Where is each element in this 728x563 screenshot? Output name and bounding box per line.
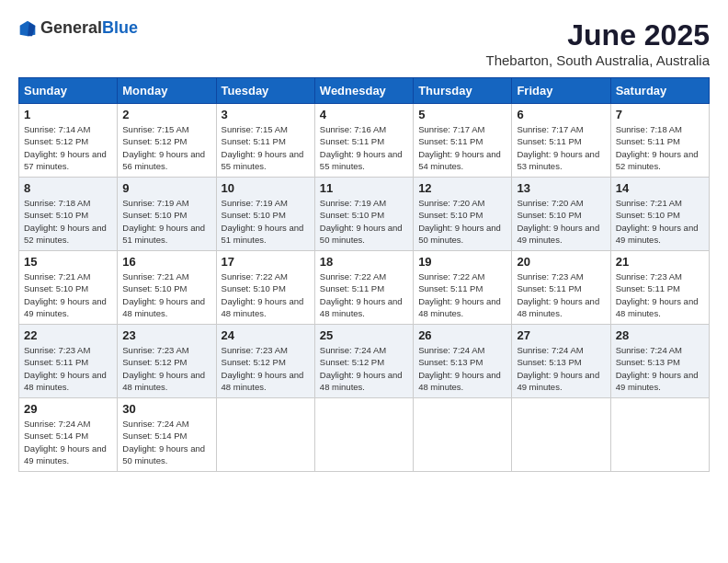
day-info: Sunrise: 7:19 AM Sunset: 5:10 PM Dayligh… — [320, 197, 408, 246]
calendar-cell — [414, 398, 512, 472]
calendar-cell: 30 Sunrise: 7:24 AM Sunset: 5:14 PM Dayl… — [118, 398, 216, 472]
day-number: 19 — [418, 255, 506, 269]
day-info: Sunrise: 7:24 AM Sunset: 5:13 PM Dayligh… — [418, 344, 506, 393]
day-info: Sunrise: 7:22 AM Sunset: 5:11 PM Dayligh… — [320, 270, 408, 319]
title-area: June 2025 Thebarton, South Australia, Au… — [486, 18, 710, 68]
day-number: 18 — [320, 255, 408, 269]
day-info: Sunrise: 7:19 AM Sunset: 5:10 PM Dayligh… — [122, 197, 210, 246]
day-number: 1 — [24, 108, 112, 121]
calendar-cell — [512, 398, 610, 472]
calendar-cell: 17 Sunrise: 7:22 AM Sunset: 5:10 PM Dayl… — [216, 251, 314, 325]
day-number: 23 — [122, 328, 210, 342]
location-subtitle: Thebarton, South Australia, Australia — [486, 52, 710, 68]
day-info: Sunrise: 7:17 AM Sunset: 5:11 PM Dayligh… — [517, 123, 605, 172]
calendar-cell — [216, 398, 314, 472]
calendar-cell: 20 Sunrise: 7:23 AM Sunset: 5:11 PM Dayl… — [512, 251, 610, 325]
calendar-table: SundayMondayTuesdayWednesdayThursdayFrid… — [18, 77, 710, 472]
day-info: Sunrise: 7:17 AM Sunset: 5:11 PM Dayligh… — [418, 123, 506, 172]
calendar-cell: 5 Sunrise: 7:17 AM Sunset: 5:11 PM Dayli… — [414, 104, 512, 178]
day-info: Sunrise: 7:22 AM Sunset: 5:11 PM Dayligh… — [418, 270, 506, 319]
calendar-cell: 21 Sunrise: 7:23 AM Sunset: 5:11 PM Dayl… — [610, 251, 709, 325]
day-info: Sunrise: 7:19 AM Sunset: 5:10 PM Dayligh… — [222, 197, 310, 246]
day-info: Sunrise: 7:23 AM Sunset: 5:11 PM Dayligh… — [517, 270, 605, 319]
calendar-cell: 3 Sunrise: 7:15 AM Sunset: 5:11 PM Dayli… — [216, 104, 314, 178]
weekday-header-monday: Monday — [118, 78, 216, 104]
calendar-cell: 12 Sunrise: 7:20 AM Sunset: 5:10 PM Dayl… — [414, 178, 512, 251]
calendar-week-row: 22 Sunrise: 7:23 AM Sunset: 5:11 PM Dayl… — [19, 325, 710, 398]
day-info: Sunrise: 7:14 AM Sunset: 5:12 PM Dayligh… — [24, 123, 112, 172]
day-number: 4 — [320, 108, 408, 121]
calendar-cell: 8 Sunrise: 7:18 AM Sunset: 5:10 PM Dayli… — [19, 178, 118, 251]
calendar-cell: 15 Sunrise: 7:21 AM Sunset: 5:10 PM Dayl… — [19, 251, 118, 325]
day-number: 29 — [24, 402, 112, 416]
calendar-cell: 10 Sunrise: 7:19 AM Sunset: 5:10 PM Dayl… — [216, 178, 314, 251]
day-number: 17 — [222, 255, 310, 269]
day-number: 28 — [616, 328, 704, 342]
day-info: Sunrise: 7:24 AM Sunset: 5:12 PM Dayligh… — [320, 344, 408, 393]
calendar-cell: 22 Sunrise: 7:23 AM Sunset: 5:11 PM Dayl… — [19, 325, 118, 398]
day-number: 9 — [122, 181, 210, 195]
calendar-cell: 1 Sunrise: 7:14 AM Sunset: 5:12 PM Dayli… — [19, 104, 118, 178]
calendar-cell: 7 Sunrise: 7:18 AM Sunset: 5:11 PM Dayli… — [610, 104, 709, 178]
day-number: 8 — [24, 181, 112, 195]
day-number: 26 — [418, 328, 506, 342]
day-info: Sunrise: 7:21 AM Sunset: 5:10 PM Dayligh… — [122, 270, 210, 319]
calendar-week-row: 8 Sunrise: 7:18 AM Sunset: 5:10 PM Dayli… — [19, 178, 710, 251]
day-number: 27 — [517, 328, 605, 342]
day-info: Sunrise: 7:24 AM Sunset: 5:14 PM Dayligh… — [122, 418, 210, 466]
day-info: Sunrise: 7:18 AM Sunset: 5:10 PM Dayligh… — [24, 197, 112, 246]
weekday-header-thursday: Thursday — [414, 78, 512, 104]
calendar-cell: 23 Sunrise: 7:23 AM Sunset: 5:12 PM Dayl… — [118, 325, 216, 398]
day-number: 10 — [222, 181, 310, 195]
day-number: 13 — [517, 181, 605, 195]
day-info: Sunrise: 7:23 AM Sunset: 5:12 PM Dayligh… — [222, 344, 310, 393]
day-info: Sunrise: 7:23 AM Sunset: 5:11 PM Dayligh… — [616, 270, 704, 319]
weekday-header-tuesday: Tuesday — [216, 78, 314, 104]
calendar-week-row: 1 Sunrise: 7:14 AM Sunset: 5:12 PM Dayli… — [19, 104, 710, 178]
calendar-cell: 9 Sunrise: 7:19 AM Sunset: 5:10 PM Dayli… — [118, 178, 216, 251]
logo-text: GeneralBlue — [40, 18, 138, 38]
calendar-cell: 13 Sunrise: 7:20 AM Sunset: 5:10 PM Dayl… — [512, 178, 610, 251]
calendar-cell: 19 Sunrise: 7:22 AM Sunset: 5:11 PM Dayl… — [414, 251, 512, 325]
calendar-cell: 27 Sunrise: 7:24 AM Sunset: 5:13 PM Dayl… — [512, 325, 610, 398]
calendar-cell: 4 Sunrise: 7:16 AM Sunset: 5:11 PM Dayli… — [314, 104, 413, 178]
calendar-cell: 29 Sunrise: 7:24 AM Sunset: 5:14 PM Dayl… — [19, 398, 118, 472]
day-number: 15 — [24, 255, 112, 269]
day-info: Sunrise: 7:15 AM Sunset: 5:12 PM Dayligh… — [122, 123, 210, 172]
day-number: 7 — [616, 108, 704, 121]
day-number: 25 — [320, 328, 408, 342]
day-number: 2 — [122, 108, 210, 121]
calendar-week-row: 29 Sunrise: 7:24 AM Sunset: 5:14 PM Dayl… — [19, 398, 710, 472]
day-info: Sunrise: 7:24 AM Sunset: 5:13 PM Dayligh… — [616, 344, 704, 393]
calendar-cell: 25 Sunrise: 7:24 AM Sunset: 5:12 PM Dayl… — [314, 325, 413, 398]
logo: GeneralBlue — [18, 18, 138, 38]
day-number: 24 — [222, 328, 310, 342]
day-info: Sunrise: 7:15 AM Sunset: 5:11 PM Dayligh… — [222, 123, 310, 172]
day-number: 3 — [222, 108, 310, 121]
day-number: 5 — [418, 108, 506, 121]
day-number: 21 — [616, 255, 704, 269]
day-number: 30 — [122, 402, 210, 416]
day-info: Sunrise: 7:21 AM Sunset: 5:10 PM Dayligh… — [24, 270, 112, 319]
calendar-cell: 24 Sunrise: 7:23 AM Sunset: 5:12 PM Dayl… — [216, 325, 314, 398]
calendar-cell: 26 Sunrise: 7:24 AM Sunset: 5:13 PM Dayl… — [414, 325, 512, 398]
day-info: Sunrise: 7:16 AM Sunset: 5:11 PM Dayligh… — [320, 123, 408, 172]
weekday-header-sunday: Sunday — [19, 78, 118, 104]
calendar-cell: 18 Sunrise: 7:22 AM Sunset: 5:11 PM Dayl… — [314, 251, 413, 325]
day-info: Sunrise: 7:20 AM Sunset: 5:10 PM Dayligh… — [517, 197, 605, 246]
weekday-header-row: SundayMondayTuesdayWednesdayThursdayFrid… — [19, 78, 710, 104]
calendar-week-row: 15 Sunrise: 7:21 AM Sunset: 5:10 PM Dayl… — [19, 251, 710, 325]
weekday-header-friday: Friday — [512, 78, 610, 104]
day-number: 14 — [616, 181, 704, 195]
day-info: Sunrise: 7:23 AM Sunset: 5:12 PM Dayligh… — [122, 344, 210, 393]
calendar-cell: 14 Sunrise: 7:21 AM Sunset: 5:10 PM Dayl… — [610, 178, 709, 251]
month-year-title: June 2025 — [486, 18, 710, 52]
day-info: Sunrise: 7:24 AM Sunset: 5:13 PM Dayligh… — [517, 344, 605, 393]
day-info: Sunrise: 7:23 AM Sunset: 5:11 PM Dayligh… — [24, 344, 112, 393]
calendar-cell: 28 Sunrise: 7:24 AM Sunset: 5:13 PM Dayl… — [610, 325, 709, 398]
day-number: 22 — [24, 328, 112, 342]
page-header: GeneralBlue June 2025 Thebarton, South A… — [9, 9, 719, 73]
weekday-header-saturday: Saturday — [610, 78, 709, 104]
calendar-cell — [610, 398, 709, 472]
day-number: 12 — [418, 181, 506, 195]
